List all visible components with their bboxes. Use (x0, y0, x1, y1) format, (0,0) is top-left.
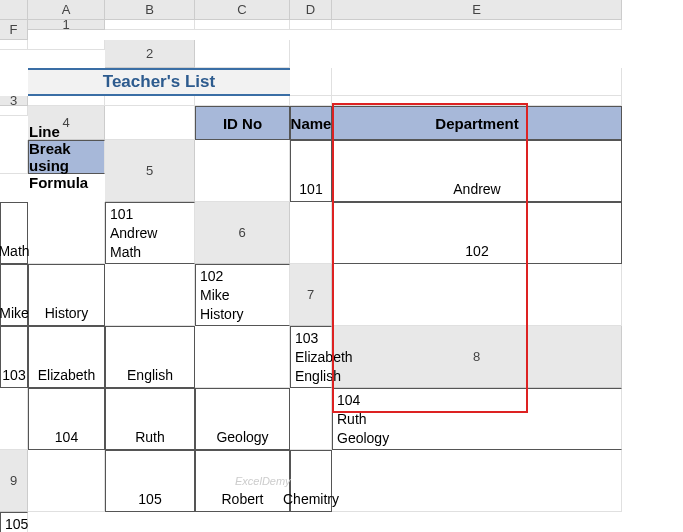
cell-F8[interactable]: 104 Ruth Geology (332, 388, 622, 450)
col-header-F[interactable]: F (0, 20, 28, 40)
cell-C5[interactable]: Andrew (332, 140, 622, 202)
cell-A4[interactable] (105, 106, 195, 140)
cell-D3[interactable] (290, 96, 332, 106)
row-header-2[interactable]: 2 (105, 40, 195, 68)
header-break[interactable]: Line Break using Formula (28, 140, 105, 174)
cell-B9[interactable]: 105 (105, 450, 195, 512)
cell-F9[interactable]: 105 Robert Chemitry (0, 512, 28, 532)
header-id[interactable]: ID No (195, 106, 290, 140)
cell-A8[interactable] (0, 388, 28, 450)
cell-F3[interactable] (0, 106, 28, 116)
cell-E3[interactable] (332, 96, 622, 106)
cell-C1[interactable] (290, 20, 332, 30)
cell-E7[interactable] (195, 326, 290, 388)
cell-E2[interactable] (290, 68, 332, 96)
row-header-3[interactable]: 3 (0, 96, 28, 106)
row-header-9[interactable]: 9 (0, 450, 28, 512)
cell-F1[interactable] (28, 40, 105, 50)
row-header-6[interactable]: 6 (195, 202, 290, 264)
cell-D5[interactable]: Math (0, 202, 28, 264)
cell-B5[interactable]: 101 (290, 140, 332, 202)
cell-C8[interactable]: Ruth (105, 388, 195, 450)
cell-F7[interactable]: 103 Elizabeth English (290, 326, 332, 388)
cell-E1[interactable] (0, 40, 28, 50)
cell-C6[interactable]: Mike (0, 264, 28, 326)
col-header-D[interactable]: D (290, 0, 332, 20)
row-header-7[interactable]: 7 (290, 264, 332, 326)
cell-D6[interactable]: History (28, 264, 105, 326)
cell-E6[interactable] (105, 264, 195, 326)
cell-E5[interactable] (28, 202, 105, 264)
col-header-E[interactable]: E (332, 0, 622, 20)
cell-A3[interactable] (28, 96, 105, 106)
col-header-B[interactable]: B (105, 0, 195, 20)
cell-D7[interactable]: English (105, 326, 195, 388)
cell-E8[interactable] (290, 388, 332, 450)
row-header-8[interactable]: 8 (332, 326, 622, 388)
page-title: Teacher's List (28, 68, 290, 96)
cell-A7[interactable] (332, 264, 622, 326)
cell-F5[interactable]: 101 Andrew Math (105, 202, 195, 264)
header-name[interactable]: Name (290, 106, 332, 140)
spreadsheet-grid: A B C D E F 1 2 Teacher's List 3 4 ID No… (0, 0, 683, 532)
cell-D8[interactable]: Geology (195, 388, 290, 450)
cell-A2[interactable] (195, 40, 290, 68)
header-dept[interactable]: Department (332, 106, 622, 140)
cell-B6[interactable]: 102 (332, 202, 622, 264)
select-all-corner[interactable] (0, 0, 28, 20)
cell-B7[interactable]: 103 (0, 326, 28, 388)
cell-F2[interactable] (332, 68, 622, 96)
cell-C7[interactable]: Elizabeth (28, 326, 105, 388)
cell-D9[interactable]: Chemitry (290, 450, 332, 512)
cell-C3[interactable] (195, 96, 290, 106)
cell-D1[interactable] (332, 20, 622, 30)
row-header-1[interactable]: 1 (28, 20, 105, 30)
cell-A5[interactable] (195, 140, 290, 202)
cell-B8[interactable]: 104 (28, 388, 105, 450)
cell-B3[interactable] (105, 96, 195, 106)
cell-E4[interactable] (0, 140, 28, 174)
cell-A6[interactable] (290, 202, 332, 264)
cell-C9[interactable]: Robert (195, 450, 290, 512)
cell-A1[interactable] (105, 20, 195, 30)
col-header-C[interactable]: C (195, 0, 290, 20)
cell-B1[interactable] (195, 20, 290, 30)
row-header-5[interactable]: 5 (105, 140, 195, 202)
cell-A9[interactable] (28, 450, 105, 512)
cell-E9[interactable] (332, 450, 622, 512)
cell-F6[interactable]: 102 Mike History (195, 264, 290, 326)
